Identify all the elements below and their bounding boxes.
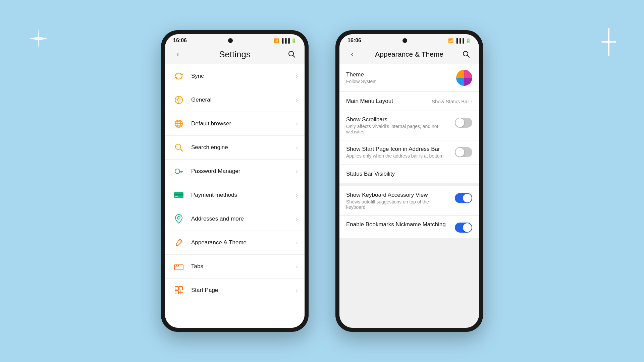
settings-item-payment-methods[interactable]: Payment methods ›	[165, 183, 305, 207]
general-icon	[174, 96, 183, 104]
main-menu-layout-value: Show Status Bar	[432, 99, 469, 104]
settings-item-appearance[interactable]: Appearance & Theme ›	[165, 231, 305, 255]
appearance-label: Appearance & Theme	[191, 239, 296, 246]
status-bar-visibility-item[interactable]: Status Bar Visibility	[339, 165, 479, 184]
show-start-page-icon-toggle-knob	[455, 148, 464, 157]
main-menu-layout-item[interactable]: Main Menu Layout Show Status Bar ›	[339, 92, 479, 111]
theme-title: Theme	[346, 71, 456, 78]
left-back-button[interactable]: ‹	[172, 48, 184, 60]
show-keyboard-accessory-toggle-knob	[463, 194, 472, 202]
svg-rect-23	[175, 196, 178, 197]
enable-bookmarks-title: Enable Bookmarks Nickname Matching	[346, 221, 455, 228]
enable-bookmarks-toggle[interactable]	[455, 223, 472, 233]
left-page-title: Settings	[219, 49, 251, 60]
settings-item-general[interactable]: General ›	[165, 88, 305, 112]
left-nav-bar: ‹ Settings	[165, 46, 305, 64]
payment-methods-label: Payment methods	[191, 192, 296, 198]
password-manager-icon-container	[172, 164, 186, 178]
left-status-time: 16:06	[173, 38, 187, 44]
show-start-page-icon-toggle[interactable]	[455, 147, 472, 157]
show-start-page-icon-content: Show Start Page Icon in Address Bar Appl…	[346, 146, 455, 159]
main-menu-layout-chevron: ›	[471, 98, 472, 104]
enable-bookmarks-right	[455, 221, 472, 233]
show-keyboard-accessory-right	[455, 192, 472, 203]
svg-rect-28	[179, 287, 182, 290]
theme-color-circle	[456, 70, 472, 86]
default-browser-label: Default browser	[191, 120, 296, 127]
show-scrollbars-item[interactable]: Show Scrollbars Only affects Vivaldi's i…	[339, 111, 479, 140]
left-search-button[interactable]	[286, 48, 298, 60]
enable-bookmarks-item[interactable]: Enable Bookmarks Nickname Matching	[339, 216, 479, 238]
search-engine-icon-container	[172, 140, 186, 155]
search-icon	[288, 51, 296, 58]
settings-item-addresses[interactable]: Addresses and more ›	[165, 207, 305, 231]
show-keyboard-accessory-title: Show Keyboard Accessory View	[346, 192, 455, 198]
sync-label: Sync	[191, 73, 296, 79]
show-scrollbars-toggle[interactable]	[455, 118, 472, 128]
right-status-icons: 📶 ▐▐▐ 🔋	[448, 38, 471, 43]
svg-line-33	[467, 56, 469, 58]
paintbrush-icon	[175, 238, 183, 247]
right-page-title: Appearance & Theme	[375, 50, 443, 58]
payment-methods-icon-container	[172, 188, 186, 202]
svg-point-17	[175, 169, 180, 174]
search-engine-label: Search engine	[191, 144, 296, 151]
appearance-settings-list: Theme Follow System Main Menu Layout Sho…	[339, 64, 479, 328]
show-scrollbars-right	[455, 116, 472, 128]
show-keyboard-accessory-item[interactable]: Show Keyboard Accessory View Shows autof…	[339, 186, 479, 216]
right-back-button[interactable]: ‹	[346, 48, 358, 60]
section-divider	[339, 184, 479, 186]
right-battery-icon: 🔋	[466, 38, 471, 43]
show-scrollbars-content: Show Scrollbars Only affects Vivaldi's i…	[346, 116, 455, 134]
svg-line-3	[293, 56, 295, 58]
search-engine-icon	[174, 143, 183, 152]
settings-item-search-engine[interactable]: Search engine ›	[165, 136, 305, 160]
start-page-icon	[174, 286, 183, 295]
password-manager-chevron: ›	[296, 168, 298, 175]
settings-item-default-browser[interactable]: Default browser ›	[165, 112, 305, 136]
main-menu-layout-label: Main Menu Layout	[346, 98, 432, 105]
left-phone: 16:06 📶 ▐▐▐ 🔋 ‹ Settings	[161, 30, 309, 332]
general-chevron: ›	[296, 97, 298, 104]
general-label: General	[191, 97, 296, 103]
start-page-icon-container	[172, 283, 186, 297]
right-search-button[interactable]	[460, 48, 472, 60]
settings-item-sync[interactable]: Sync ›	[165, 64, 305, 88]
left-camera-notch	[228, 38, 233, 43]
status-bar-visibility-title: Status Bar Visibility	[346, 171, 472, 177]
appearance-chevron: ›	[296, 239, 298, 246]
card-icon	[174, 191, 184, 199]
appearance-icon-container	[172, 236, 186, 250]
show-keyboard-accessory-content: Show Keyboard Accessory View Shows autof…	[346, 192, 455, 210]
default-browser-chevron: ›	[296, 120, 298, 127]
settings-item-tabs[interactable]: Tabs ›	[165, 255, 305, 279]
settings-list: Sync › General	[165, 64, 305, 328]
start-page-chevron: ›	[296, 287, 298, 294]
left-status-bar: 16:06 📶 ▐▐▐ 🔋	[165, 34, 305, 46]
show-scrollbars-toggle-knob	[455, 118, 464, 127]
signal-icon: ▐▐▐	[280, 38, 290, 43]
addresses-icon-container	[172, 212, 186, 226]
tabs-icon-container	[172, 259, 186, 274]
password-manager-label: Password Manager	[191, 168, 296, 175]
theme-item[interactable]: Theme Follow System	[339, 64, 479, 92]
tabs-label: Tabs	[191, 263, 296, 270]
right-signal-icon: ▐▐▐	[455, 38, 464, 43]
show-keyboard-accessory-toggle[interactable]	[455, 193, 472, 203]
right-wifi-icon: 📶	[448, 38, 453, 43]
theme-right	[456, 70, 472, 86]
sync-icon-container	[172, 69, 186, 83]
addresses-label: Addresses and more	[191, 216, 296, 222]
globe-icon	[174, 119, 183, 128]
settings-item-password-manager[interactable]: Password Manager ›	[165, 160, 305, 183]
general-icon-container	[172, 93, 186, 107]
settings-item-start-page[interactable]: Start Page ›	[165, 279, 305, 302]
show-start-page-icon-item[interactable]: Show Start Page Icon in Address Bar Appl…	[339, 140, 479, 164]
svg-point-24	[177, 217, 180, 219]
right-nav-bar: ‹ Appearance & Theme	[339, 46, 479, 64]
show-scrollbars-title: Show Scrollbars	[346, 116, 455, 123]
addresses-chevron: ›	[296, 216, 298, 223]
svg-point-5	[177, 99, 180, 101]
svg-rect-29	[175, 291, 178, 294]
sync-chevron: ›	[296, 73, 298, 80]
